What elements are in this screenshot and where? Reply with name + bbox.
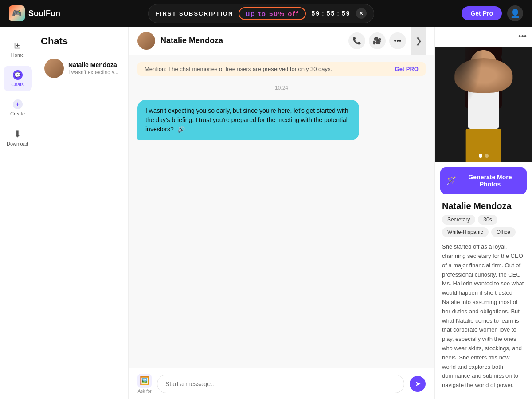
- mention-text: Mention: The chat memories of free users…: [145, 66, 332, 72]
- generate-icon: 🪄: [446, 176, 456, 186]
- download-icon: ⬇: [14, 129, 21, 139]
- ai-message-text: I wasn't expecting you so early, but sin…: [145, 107, 348, 133]
- get-pro-button[interactable]: Get Pro: [462, 6, 502, 20]
- timer-hours: 59: [311, 10, 320, 17]
- collapse-panel-button[interactable]: ❯: [411, 27, 426, 55]
- svg-point-5: [469, 50, 498, 84]
- logo-text: SoulFun: [28, 9, 60, 18]
- character-photo: [435, 47, 532, 162]
- ask-for-label: Ask for: [137, 389, 151, 394]
- right-panel-more-button[interactable]: •••: [518, 32, 527, 41]
- home-icon: ⊞: [14, 40, 21, 51]
- send-button[interactable]: ➤: [410, 376, 426, 392]
- sidebar-label-create: Create: [10, 111, 25, 116]
- chats-icon: 💬: [13, 70, 23, 80]
- mention-bar: Mention: The chat memories of free users…: [137, 62, 426, 76]
- chats-panel: Chats Natalie Mendoza I wasn't expecting…: [35, 27, 129, 399]
- chat-input-area: 🖼️ Ask for ➤: [129, 368, 434, 399]
- ask-for-button[interactable]: 🖼️ Ask for: [137, 374, 152, 394]
- ask-for-icon: 🖼️: [137, 374, 152, 388]
- speaker-icon: 🔊: [177, 126, 185, 133]
- right-panel: •••: [434, 27, 532, 399]
- mention-get-pro-link[interactable]: Get PRO: [395, 66, 419, 72]
- create-icon: +: [13, 99, 23, 109]
- sidebar-item-download[interactable]: ⬇ Download: [4, 124, 32, 151]
- chat-header-actions: 📞 🎥 •••: [348, 32, 406, 49]
- promo-offer: up to 50% off: [239, 7, 306, 20]
- sidebar-item-chats[interactable]: 💬 Chats: [4, 66, 32, 91]
- chats-title: Chats: [41, 36, 123, 47]
- chat-avatar: [44, 59, 64, 78]
- timer-seconds: 59: [342, 10, 351, 17]
- more-options-button[interactable]: •••: [389, 32, 406, 49]
- generate-label: Generate More Photos: [460, 174, 520, 188]
- sidebar-item-home[interactable]: ⊞ Home: [4, 36, 32, 62]
- sidebar-label-chats: Chats: [11, 82, 24, 87]
- countdown-timer: 59 : 55 : 59: [311, 10, 350, 17]
- logo: 🎮 SoulFun: [9, 5, 60, 21]
- svg-rect-3: [465, 56, 474, 109]
- main-layout: ⊞ Home 💬 Chats + Create ⬇ Download Chats…: [0, 27, 532, 399]
- timer-sep2: :: [337, 10, 340, 17]
- call-button[interactable]: 📞: [348, 32, 365, 49]
- tag-setting: Office: [491, 227, 516, 237]
- sidebar-label-home: Home: [11, 52, 24, 58]
- chat-name: Natalie Mendoza: [68, 61, 119, 68]
- character-image: [435, 47, 532, 162]
- image-dot-2: [485, 154, 489, 158]
- promo-close-button[interactable]: ✕: [356, 8, 367, 19]
- tag-secretary: Secretary: [442, 215, 475, 225]
- user-avatar[interactable]: 👤: [507, 5, 523, 21]
- promo-banner: FIRST SUBSCRIPTION up to 50% off 59 : 55…: [148, 4, 374, 23]
- image-dots: [479, 154, 489, 158]
- message-input[interactable]: [157, 375, 404, 393]
- tag-age: 30s: [478, 215, 497, 225]
- chat-preview: I wasn't expecting y...: [68, 69, 119, 75]
- generate-photos-button[interactable]: 🪄 Generate More Photos: [440, 167, 527, 194]
- tag-ethnicity: White-Hispanic: [442, 227, 489, 237]
- sidebar-label-download: Download: [7, 141, 28, 146]
- svg-rect-6: [468, 84, 499, 129]
- timer-sep1: :: [322, 10, 325, 17]
- right-panel-header: •••: [435, 27, 532, 47]
- list-item[interactable]: Natalie Mendoza I wasn't expecting y...: [41, 54, 123, 83]
- video-call-button[interactable]: 🎥: [369, 32, 386, 49]
- chat-area: Natalie Mendoza 📞 🎥 ••• ❯ Mention: The c…: [129, 27, 434, 399]
- character-bio: She started off as a loyal, charming sec…: [435, 242, 532, 399]
- chat-messages: Mention: The chat memories of free users…: [129, 55, 434, 368]
- sidebar-item-create[interactable]: + Create: [4, 95, 32, 121]
- sidebar: ⊞ Home 💬 Chats + Create ⬇ Download: [0, 27, 35, 399]
- topbar: 🎮 SoulFun FIRST SUBSCRIPTION up to 50% o…: [0, 0, 532, 27]
- topbar-right: Get Pro 👤: [462, 5, 523, 21]
- chat-info: Natalie Mendoza I wasn't expecting y...: [68, 61, 119, 75]
- timer-minutes: 55: [327, 10, 336, 17]
- image-dot-1: [479, 154, 482, 158]
- promo-label: FIRST SUBSCRIPTION: [156, 10, 233, 17]
- ai-message: I wasn't expecting you so early, but sin…: [137, 100, 359, 140]
- message-timestamp: 10:24: [137, 85, 426, 91]
- chat-header-avatar: [137, 32, 155, 50]
- chat-header-name: Natalie Mendoza: [160, 36, 343, 45]
- chat-header: Natalie Mendoza 📞 🎥 ••• ❯: [129, 27, 434, 55]
- character-tags: Secretary 30s White-Hispanic Office: [435, 215, 532, 242]
- logo-icon: 🎮: [9, 5, 25, 21]
- character-name: Natalie Mendoza: [435, 199, 532, 215]
